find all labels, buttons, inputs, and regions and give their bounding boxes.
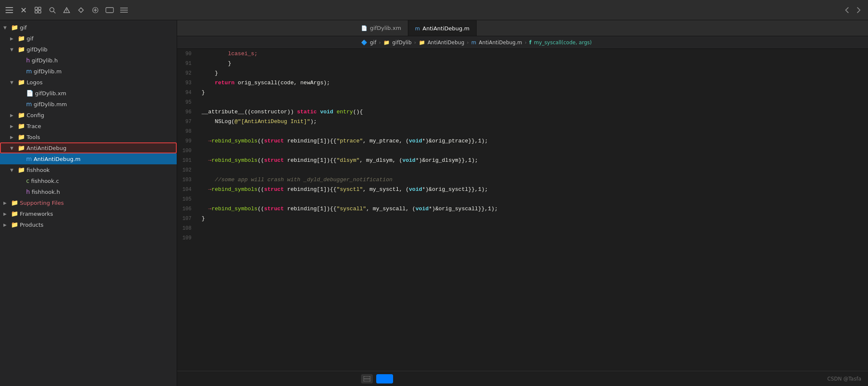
sidebar-item-SupportingFiles[interactable]: ▶ 📁 Supporting Files xyxy=(0,197,177,208)
tab-gifDylib[interactable]: 📄 gifDylib.xm xyxy=(354,20,408,36)
code-line-98: 98 xyxy=(177,126,868,136)
line-number: 97 xyxy=(177,117,198,126)
search-icon[interactable] xyxy=(48,6,57,14)
code-table: 90 lcasei_s; 91 } 92 } 93 xyxy=(177,49,868,243)
line-number: 102 xyxy=(177,165,198,175)
sidebar-item-gifDylib-xm[interactable]: ▶ 📄 gifDylib.xm xyxy=(0,88,177,99)
code-line-103: 103 //some app will crash with _dyld_deb… xyxy=(177,175,868,185)
line-content: } xyxy=(198,88,868,97)
folder-icon: 📁 xyxy=(18,112,25,118)
line-number: 109 xyxy=(177,233,198,243)
folder-icon: 📁 xyxy=(18,123,25,129)
sidebar-item-gifDylib-mm[interactable]: ▶ m gifDylib.mm xyxy=(0,99,177,110)
sidebar-item-label: fishhook.c xyxy=(31,178,177,184)
line-content: __attribute__((constructor)) static void… xyxy=(198,107,868,117)
sidebar-item-gifDylib-h[interactable]: ▶ h gifDylib.h xyxy=(0,55,177,66)
code-line-92: 92 } xyxy=(177,68,868,78)
sidebar-item-label: gifDylib.mm xyxy=(34,101,177,107)
c-file-icon: c xyxy=(26,177,30,184)
sidebar-item-Products[interactable]: ▶ 📁 Products xyxy=(0,219,177,230)
code-line-101: 101 →rebind_symbols((struct rebinding[1]… xyxy=(177,155,868,165)
breadcrumb-item[interactable]: gifDylib xyxy=(392,40,412,46)
sidebar-item-label: gifDylib.m xyxy=(34,68,177,75)
breadcrumb-item[interactable]: gif xyxy=(370,40,376,46)
code-line-95: 95 xyxy=(177,97,868,107)
chevron-right-icon: ▶ xyxy=(3,212,9,216)
code-line-91: 91 } xyxy=(177,59,868,68)
sidebar-item-gif-root[interactable]: ▼ 📁 gif xyxy=(0,22,177,33)
line-number: 107 xyxy=(177,214,198,223)
chevron-right-icon: ▶ xyxy=(10,36,16,41)
sidebar-item-Logos[interactable]: ▼ 📁 Logos xyxy=(0,77,177,88)
svg-line-10 xyxy=(54,11,55,13)
line-number: 108 xyxy=(177,223,198,233)
breadcrumb-sep: › xyxy=(414,40,416,46)
line-number: 104 xyxy=(177,185,198,194)
code-line-108: 108 xyxy=(177,223,868,233)
sidebar-item-label: AntiAntiDebug.m xyxy=(34,156,177,162)
debug-indicator xyxy=(376,374,393,383)
chevron-right-icon: ▶ xyxy=(10,135,16,139)
sidebar-item-fishhook-c[interactable]: ▶ c fishhook.c xyxy=(0,175,177,186)
sidebar-item-label: Supporting Files xyxy=(20,200,177,206)
plus-circle-icon[interactable] xyxy=(91,6,100,14)
sidebar-item-Tools[interactable]: ▶ 📁 Tools xyxy=(0,131,177,142)
sidebar-item-label: Tools xyxy=(27,134,177,140)
chevron-right-icon: ▶ xyxy=(3,201,9,205)
folder-icon: 📁 xyxy=(18,35,25,42)
breadcrumb-item[interactable]: AntiAntiDebug.m xyxy=(479,40,522,46)
warning-icon[interactable] xyxy=(62,6,71,14)
code-line-102: 102 xyxy=(177,165,868,175)
line-content: lcasei_s; xyxy=(198,49,868,59)
line-content xyxy=(198,126,868,136)
tab-icon: m xyxy=(415,26,420,32)
svg-rect-2 xyxy=(5,12,13,13)
sidebar-item-label: gif xyxy=(20,24,177,31)
code-line-109: 109 xyxy=(177,233,868,243)
svg-rect-8 xyxy=(38,11,41,13)
sidebar-item-gifDylib-m[interactable]: ▶ m gifDylib.m xyxy=(0,66,177,77)
diamond-icon[interactable] xyxy=(77,6,85,14)
line-number: 95 xyxy=(177,97,198,107)
code-line-100: 100 xyxy=(177,146,868,155)
grid-icon[interactable] xyxy=(34,6,42,14)
svg-point-13 xyxy=(66,11,67,12)
sidebar-item-label: AntiAntiDebug xyxy=(27,145,177,151)
menu-icon[interactable] xyxy=(5,6,13,14)
chevron-right-icon: ▶ xyxy=(10,113,16,118)
close-icon[interactable] xyxy=(19,6,28,14)
line-number: 94 xyxy=(177,88,198,97)
lines-icon[interactable] xyxy=(120,6,128,14)
svg-rect-7 xyxy=(35,11,38,13)
code-editor[interactable]: 90 lcasei_s; 91 } 92 } 93 xyxy=(177,49,868,371)
breadcrumb-sep: › xyxy=(525,40,527,46)
svg-rect-14 xyxy=(78,8,83,12)
code-line-97: 97 NSLog(@"[AntiAntiDebug Init]"); xyxy=(177,117,868,126)
line-content xyxy=(198,194,868,204)
sidebar-item-gifDylib[interactable]: ▼ 📁 gifDylib xyxy=(0,44,177,55)
breadcrumb-item[interactable]: AntiAntiDebug xyxy=(428,40,464,46)
breadcrumb-func[interactable]: my_syscall(code, args) xyxy=(534,40,592,46)
layout-icon[interactable] xyxy=(361,374,373,383)
sidebar-item-Frameworks[interactable]: ▶ 📁 Frameworks xyxy=(0,208,177,219)
tab-AntiAntiDebug[interactable]: m AntiAntiDebug.m xyxy=(408,20,477,36)
watermark: CSDN @Tasfa xyxy=(827,376,861,382)
folder-icon: 📁 xyxy=(18,145,25,151)
sidebar-item-AntiAntiDebug-m[interactable]: ▶ m AntiAntiDebug.m xyxy=(0,153,177,164)
svg-rect-1 xyxy=(5,10,13,11)
code-line-107: 107 } xyxy=(177,214,868,223)
sidebar-item-AntiAntiDebug[interactable]: ▼ 📁 AntiAntiDebug xyxy=(0,142,177,153)
back-button[interactable] xyxy=(843,6,851,14)
breadcrumb-bar: 🔷 gif › 📁 gifDylib › 📁 AntiAntiDebug › m… xyxy=(177,36,868,49)
h-file-icon: h xyxy=(26,57,30,64)
line-number: 90 xyxy=(177,49,198,59)
sidebar-item-gif[interactable]: ▶ 📁 gif xyxy=(0,33,177,44)
line-content xyxy=(198,146,868,155)
sidebar-item-Config[interactable]: ▶ 📁 Config xyxy=(0,110,177,121)
forward-button[interactable] xyxy=(855,6,863,14)
toolbar xyxy=(0,0,868,20)
sidebar-item-fishhook-h[interactable]: ▶ h fishhook.h xyxy=(0,186,177,197)
sidebar-item-fishhook[interactable]: ▼ 📁 fishhook xyxy=(0,164,177,175)
sidebar-item-Trace[interactable]: ▶ 📁 Trace xyxy=(0,121,177,131)
rect-icon[interactable] xyxy=(105,6,114,14)
